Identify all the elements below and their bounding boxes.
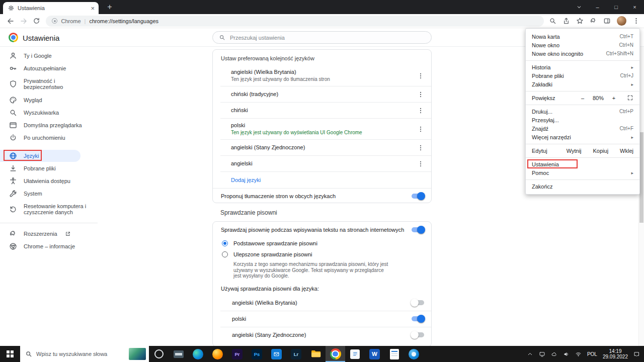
new-tab-button[interactable]: + <box>104 2 116 12</box>
sidebar-item-domyslna-przegladarka[interactable]: Domyślna przeglądarka <box>0 119 106 131</box>
languages-order-header: Ustaw preferowaną kolejność języków <box>213 50 431 65</box>
close-button[interactable]: × <box>625 0 644 14</box>
sidebar-item-system[interactable]: System <box>0 187 106 200</box>
menu-item-ustawienia[interactable]: Ustawienia <box>526 160 639 168</box>
sidebar-item-po-uruchomieniu[interactable]: Po uruchomieniu <box>0 131 106 144</box>
taskbar-app-edge[interactable] <box>188 346 208 362</box>
spellcheck-language-toggle[interactable] <box>412 332 424 337</box>
back-button[interactable] <box>4 15 17 27</box>
taskbar-app-cortana[interactable] <box>149 346 169 362</box>
volume-icon[interactable] <box>563 351 570 357</box>
fullscreen-icon[interactable] <box>627 95 633 101</box>
sidebar-item-jezyki[interactable]: Języki <box>0 150 80 162</box>
row-menu-kebab-icon[interactable] <box>415 142 426 153</box>
display-icon[interactable] <box>539 351 545 357</box>
menu-item-drukuj[interactable]: Drukuj... Ctrl+P <box>526 107 639 116</box>
menu-item-historia[interactable]: Historia <box>526 63 639 71</box>
edit-cut-button[interactable]: Wytnij <box>567 148 582 154</box>
taskbar-app-mail[interactable] <box>267 346 286 362</box>
row-menu-kebab-icon[interactable] <box>415 89 426 100</box>
taskbar-app-premiere[interactable]: Pr <box>227 346 247 362</box>
search-icon[interactable] <box>549 17 556 25</box>
menu-item-wiecej-narzedzi[interactable]: Więcej narzędzi <box>526 133 639 141</box>
add-languages-link[interactable]: Dodaj języki <box>231 177 261 183</box>
menu-item-zakoncz[interactable]: Zakończ <box>526 182 639 191</box>
menu-item-nowe-okno[interactable]: Nowe okno Ctrl+N <box>526 41 639 49</box>
menu-item-nowa-karta[interactable]: Nowa karta Ctrl+T <box>526 32 639 41</box>
forward-button[interactable] <box>17 15 30 27</box>
share-icon[interactable] <box>562 17 570 25</box>
minimize-button[interactable]: – <box>588 0 607 14</box>
hidden-icons-chevron-icon[interactable] <box>527 351 533 357</box>
scrollbar-thumb[interactable] <box>639 132 643 223</box>
taskbar-app-messaging[interactable] <box>404 346 424 362</box>
menu-item-przesylaj[interactable]: Przesyłaj... <box>526 116 639 124</box>
sidebar-item-rozszerzenia[interactable]: Rozszerzenia <box>0 227 106 240</box>
tab-close-icon[interactable]: × <box>91 5 95 12</box>
sidebar-item-chrome-informacje[interactable]: Chrome – informacje <box>0 240 106 252</box>
action-center-icon[interactable] <box>633 351 640 357</box>
taskbar-app-lightroom[interactable]: Lr <box>286 346 306 362</box>
sidebar-item-ulatwienia-dostepu[interactable]: Ułatwienia dostępu <box>0 174 106 187</box>
sidebar-item-resetowanie[interactable]: Resetowanie komputera i czyszczenie dany… <box>0 200 106 219</box>
taskbar-app-notes[interactable] <box>345 346 365 362</box>
address-bar[interactable]: Chrome | chrome://settings/languages <box>46 16 544 27</box>
menu-divider <box>526 60 639 61</box>
spellcheck-language-toggle[interactable] <box>412 300 424 305</box>
taskbar-app-photoshop[interactable]: Ps <box>247 346 267 362</box>
row-menu-kebab-icon[interactable] <box>415 105 426 116</box>
spellcheck-main-toggle[interactable] <box>412 227 424 232</box>
translate-offer-toggle[interactable] <box>412 194 424 199</box>
reload-button[interactable] <box>30 15 43 27</box>
taskbar-app-word[interactable]: W <box>365 346 384 362</box>
taskbar-search-box[interactable] <box>20 346 149 362</box>
sidebar-item-pobrane-pliki[interactable]: Pobrane pliki <box>0 162 106 174</box>
sidebar-item-autouzupelnianie[interactable]: Autouzupełnianie <box>0 62 106 74</box>
basic-spellcheck-radio[interactable] <box>222 240 228 246</box>
taskbar-app-chrome[interactable] <box>326 346 345 362</box>
sidebar-item-label: Domyślna przeglądarka <box>24 122 89 128</box>
edit-paste-button[interactable]: Wklej <box>620 148 633 154</box>
menu-kebab-icon[interactable] <box>632 17 640 25</box>
taskbar-search-input[interactable] <box>36 351 125 357</box>
settings-search-box[interactable] <box>212 31 432 44</box>
keyboard-language-badge[interactable]: POL <box>587 351 597 357</box>
taskbar-app-document[interactable] <box>384 346 404 362</box>
spellcheck-language-toggle[interactable] <box>412 316 424 321</box>
taskbar-app-task-view[interactable] <box>169 346 188 362</box>
browser-tab[interactable]: Ustawienia × <box>3 2 99 14</box>
sidebar-item-wyszukiwarka[interactable]: Wyszukiwarka <box>0 106 106 119</box>
search-highlight-thumbnail[interactable] <box>129 348 146 360</box>
sidebar-item-label: Chrome – informacje <box>24 243 89 249</box>
enhanced-spellcheck-radio[interactable] <box>222 251 228 257</box>
sidebar-item-wyglad[interactable]: Wygląd <box>0 94 106 106</box>
taskbar-app-firefox[interactable] <box>208 346 227 362</box>
settings-search-input[interactable] <box>230 35 425 41</box>
sidebar-item-ty-i-google[interactable]: Ty i Google <box>0 49 106 62</box>
row-menu-kebab-icon[interactable] <box>415 158 426 169</box>
start-button[interactable] <box>0 346 20 362</box>
profile-avatar[interactable] <box>617 16 626 26</box>
tab-search-chevron-icon[interactable] <box>570 0 588 14</box>
taskbar-app-file-explorer[interactable] <box>306 346 326 362</box>
side-panel-icon[interactable] <box>603 17 611 25</box>
onedrive-cloud-icon[interactable] <box>551 351 557 357</box>
bookmark-star-icon[interactable] <box>576 17 584 25</box>
spellcheck-main-label: Sprawdzaj pisownię podczas wpisywania te… <box>221 227 412 233</box>
zoom-out-button[interactable]: – <box>576 95 590 101</box>
edge-icon <box>193 349 203 359</box>
edit-copy-button[interactable]: Kopiuj <box>593 148 609 154</box>
menu-item-pobrane-pliki[interactable]: Pobrane pliki Ctrl+J <box>526 71 639 80</box>
zoom-in-button[interactable]: + <box>607 95 621 101</box>
taskbar-clock[interactable]: 14:19 29.09.2022 <box>603 348 628 360</box>
network-wifi-icon[interactable] <box>575 351 582 357</box>
maximize-button[interactable]: □ <box>607 0 625 14</box>
menu-item-zakladki[interactable]: Zakładki <box>526 80 639 88</box>
extensions-puzzle-icon[interactable] <box>590 17 597 25</box>
row-menu-kebab-icon[interactable] <box>415 124 426 135</box>
menu-item-znajdz[interactable]: Znajdź Ctrl+F <box>526 124 639 133</box>
sidebar-item-prywatnosc[interactable]: Prywatność i bezpieczeństwo <box>0 74 106 94</box>
menu-item-incognito[interactable]: Nowe okno incognito Ctrl+Shift+N <box>526 49 639 58</box>
row-menu-kebab-icon[interactable] <box>415 70 426 81</box>
menu-item-pomoc[interactable]: Pomoc <box>526 168 639 177</box>
